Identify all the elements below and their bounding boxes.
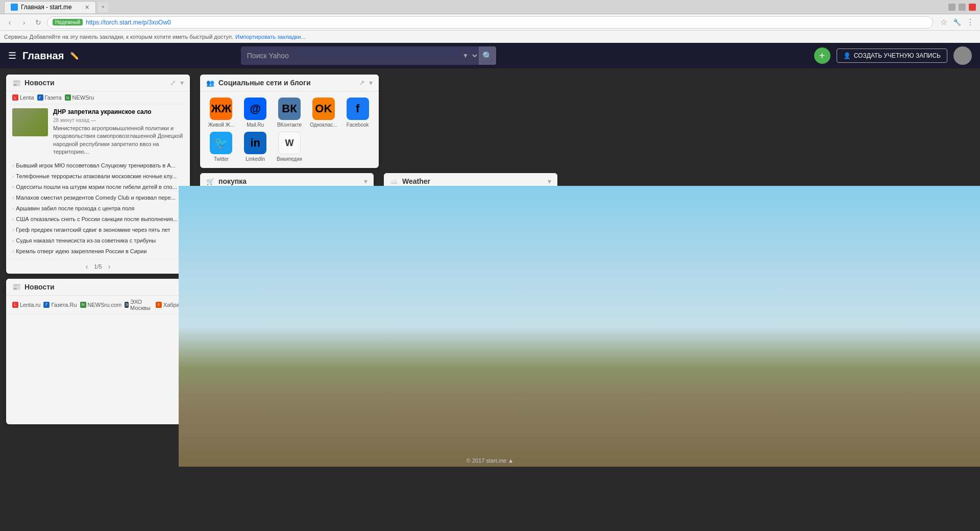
- news-bottom-sources: L Lenta.ru Г Газета.Ru N NEWSru.com Э ЭХ…: [6, 296, 190, 315]
- ok-label: Одноклас...: [310, 122, 337, 128]
- news-item-text: Греф предрек гигантский сдвиг в экономик…: [16, 227, 170, 233]
- arrow-icon: ›: [12, 174, 14, 179]
- tab-favicon: [11, 4, 18, 11]
- search-dropdown[interactable]: ▼: [458, 46, 479, 65]
- menu-btn[interactable]: ⋮: [965, 17, 976, 28]
- arrow-icon: ›: [12, 238, 14, 244]
- news-expand-icon[interactable]: ⤢: [170, 79, 176, 87]
- lenta-label: Lenta: [20, 94, 34, 101]
- new-tab-btn[interactable]: +: [98, 2, 108, 12]
- news-item-text: Бывший игрок МЮ посоветовал Слуцкому тре…: [16, 162, 175, 168]
- news-bottom-widget: 📰 Новости ▾ L Lenta.ru Г Газета.Ru N NEW…: [6, 279, 190, 424]
- page-info: 1/5: [94, 263, 102, 270]
- featured-thumbnail: [12, 108, 48, 136]
- newsru-icon: N: [65, 94, 71, 101]
- news-pagination: ‹ 1/5 ›: [6, 259, 190, 274]
- news-item[interactable]: ›Аршавин забил после прохода с центра по…: [12, 203, 184, 214]
- back-btn[interactable]: ‹: [4, 17, 15, 28]
- arrow-icon: ›: [12, 216, 14, 222]
- news-bottom-header: 📰 Новости ▾: [6, 279, 190, 296]
- search-button[interactable]: 🔍: [479, 46, 496, 65]
- mail-icon: @: [244, 98, 266, 120]
- news-item[interactable]: ›Одесситы пошли на штурм мэрии после гиб…: [12, 182, 184, 192]
- social-item-fb[interactable]: f Facebook: [342, 98, 373, 128]
- social-item-vk[interactable]: ВК ВКонтакте: [275, 98, 305, 128]
- featured-news: ДНР запретила украинское сало 28 минут н…: [6, 104, 190, 160]
- source-gazeta[interactable]: Г Газета: [37, 94, 62, 101]
- source-lentaru[interactable]: L Lenta.ru: [12, 299, 40, 311]
- news-item[interactable]: ›США отказались снять с России санкции п…: [12, 214, 184, 225]
- fb-icon: f: [347, 98, 369, 120]
- social-item-mail[interactable]: @ Mail.Ru: [240, 98, 271, 128]
- vk-label: ВКонтакте: [277, 122, 302, 128]
- news-item[interactable]: ›Греф предрек гигантский сдвиг в экономи…: [12, 225, 184, 235]
- wikipedia-icon: W: [278, 132, 301, 154]
- browser-title-bar: Главная - start.me ✕ +: [0, 0, 980, 14]
- reload-btn[interactable]: ↻: [33, 17, 44, 28]
- forward-btn[interactable]: ›: [18, 17, 30, 28]
- edit-icon[interactable]: ✏️: [70, 52, 79, 60]
- next-page-btn[interactable]: ›: [108, 262, 111, 271]
- social-widget: 👥 Социальные сети и блоги ↗ ▾ ЖЖ Живой Ж…: [200, 75, 379, 168]
- news-item[interactable]: ›Бывший игрок МЮ посоветовал Слуцкому тр…: [12, 160, 184, 171]
- news-item[interactable]: ›Малахов сместил резидентов Comedy Club …: [12, 192, 184, 203]
- search-input[interactable]: [241, 46, 458, 65]
- social-item-ok[interactable]: OK Одноклас...: [308, 98, 338, 128]
- search-container: ▼ 🔍: [241, 46, 496, 65]
- source-echo[interactable]: Э ЭХО Москвы: [125, 299, 152, 311]
- source-newsrucom[interactable]: N NEWSru.com: [80, 299, 122, 311]
- news-item[interactable]: ›Судья наказал теннисиста из-за советник…: [12, 235, 184, 246]
- gazeta-icon: Г: [37, 94, 43, 101]
- social-item-twitter[interactable]: 🐦 Twitter: [206, 132, 236, 162]
- user-avatar[interactable]: [953, 46, 972, 65]
- create-account-button[interactable]: 👤 СОЗДАТЬ УЧЕТНУЮ ЗАПИСЬ: [837, 49, 947, 63]
- news-list: ›Бывший игрок МЮ посоветовал Слуцкому тр…: [6, 160, 190, 259]
- newsrucom-dot: N: [80, 302, 86, 308]
- arrow-icon: ›: [12, 249, 14, 254]
- news-item-text: Судья наказал теннисиста из-за советника…: [16, 237, 156, 244]
- news-item[interactable]: ›Телефонные террористы атаковали московс…: [12, 171, 184, 182]
- ok-icon: OK: [312, 98, 335, 120]
- source-gazetaru[interactable]: Г Газета.Ru: [43, 299, 77, 311]
- featured-body: Министерство агропромышленной политики и…: [53, 125, 184, 156]
- news-item[interactable]: ›Кремль отверг идею закрепления России в…: [12, 246, 184, 257]
- hamburger-menu[interactable]: ☰: [8, 50, 16, 61]
- source-newsru[interactable]: N NEWSru: [65, 94, 94, 101]
- mail-label: Mail.Ru: [247, 122, 264, 128]
- news-icon: 📰: [12, 79, 20, 87]
- social-close-icon[interactable]: ▾: [369, 79, 373, 87]
- news-close-icon[interactable]: ▾: [180, 79, 184, 87]
- fb-label: Facebook: [347, 122, 369, 128]
- extensions-btn[interactable]: 🔧: [951, 17, 963, 28]
- social-item-wikipedia[interactable]: W Википедия: [275, 132, 305, 162]
- bookmark-btn[interactable]: ☆: [938, 17, 949, 28]
- close-btn[interactable]: [969, 4, 976, 11]
- newsru-label: NEWSru: [72, 94, 94, 101]
- bookmarks-link[interactable]: Импортировать закладки...: [235, 34, 305, 40]
- footer-text: © 2017 start.me ▲: [467, 457, 513, 464]
- featured-title[interactable]: ДНР запретила украинское сало: [53, 108, 184, 115]
- tab-close[interactable]: ✕: [85, 4, 89, 11]
- social-item-linkedin[interactable]: in LinkedIn: [240, 132, 271, 162]
- minimize-btn[interactable]: [948, 4, 955, 11]
- address-url: https://torch.start.me/p/3xoOw0: [86, 19, 171, 26]
- bookmarks-bar: Сервисы Добавляйте на эту панель закладк…: [0, 31, 980, 43]
- add-button[interactable]: +: [814, 47, 830, 64]
- arrow-icon: ›: [12, 206, 14, 211]
- maximize-btn[interactable]: [959, 4, 966, 11]
- source-lenta[interactable]: L Lenta: [12, 94, 34, 101]
- social-item-zhj[interactable]: ЖЖ Живой Ж...: [206, 98, 236, 128]
- social-expand-icon[interactable]: ↗: [359, 79, 365, 87]
- news-widget-header: 📰 Новости ⤢ ▾: [6, 75, 190, 91]
- social-grid: ЖЖ Живой Ж... @ Mail.Ru ВК ВКонтакте OK …: [200, 91, 379, 168]
- browser-nav-bar: ‹ › ↻ Надежный https://torch.start.me/p/…: [0, 14, 980, 31]
- gazetaru-dot: Г: [43, 302, 50, 308]
- shop-icon: 🛒: [206, 178, 214, 185]
- weather-close-icon[interactable]: ▾: [548, 177, 551, 185]
- app-title: Главная: [22, 50, 64, 62]
- linkedin-label: LinkedIn: [246, 156, 265, 162]
- shop-close-icon[interactable]: ▾: [364, 177, 368, 185]
- address-bar[interactable]: Надежный https://torch.start.me/p/3xoOw0: [47, 16, 933, 29]
- prev-page-btn[interactable]: ‹: [86, 262, 88, 271]
- browser-tab[interactable]: Главная - start.me ✕: [4, 1, 96, 13]
